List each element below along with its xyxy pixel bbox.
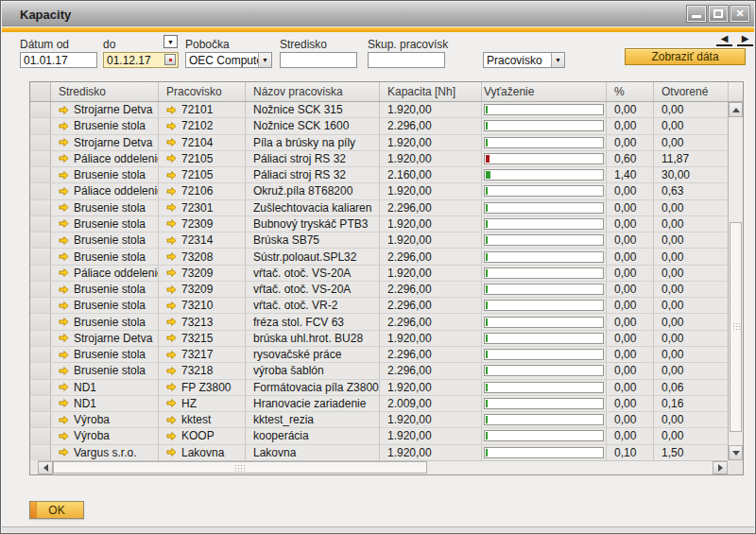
row-selector[interactable]	[30, 233, 51, 248]
row-selector[interactable]	[30, 118, 51, 133]
pracovisko-cell[interactable]: 72105	[159, 151, 246, 166]
nazov-cell[interactable]: kooperácia	[246, 428, 380, 443]
row-selector[interactable]	[30, 445, 51, 460]
table-row[interactable]: Brusenie stola73218výroba šablón2.296,00…	[30, 363, 729, 379]
stredisko-cell[interactable]: ND1	[51, 380, 159, 395]
link-arrow-icon[interactable]	[59, 366, 69, 376]
otvorene-cell[interactable]: 0,00	[654, 298, 729, 313]
percent-cell[interactable]: 0,00	[607, 249, 654, 264]
percent-cell[interactable]: 0,00	[607, 314, 654, 329]
vytazenie-cell[interactable]	[482, 249, 607, 264]
row-selector[interactable]	[30, 380, 51, 395]
link-arrow-icon[interactable]	[166, 121, 177, 131]
otvorene-cell[interactable]: 0,00	[654, 102, 729, 117]
horizontal-scrollbar[interactable]	[38, 460, 728, 474]
row-selector[interactable]	[30, 412, 51, 427]
pracovisko-cell[interactable]: 72309	[159, 216, 246, 232]
row-selector[interactable]	[30, 298, 51, 313]
vytazenie-cell[interactable]	[482, 200, 607, 215]
stredisko-cell[interactable]: Brusenie stola	[51, 347, 159, 362]
column-header[interactable]: Kapacita [Nh]	[380, 82, 482, 101]
link-arrow-icon[interactable]	[59, 235, 69, 246]
pracovisko-cell[interactable]: 73208	[159, 249, 246, 264]
percent-cell[interactable]: 0,00	[607, 200, 654, 215]
row-selector[interactable]	[30, 249, 51, 264]
link-arrow-icon[interactable]	[166, 137, 177, 147]
table-row[interactable]: Brusenie stola72314Brúska SB751.920,000,…	[30, 233, 729, 249]
table-row[interactable]: Brusenie stola73213fréza stol. FCV 632.2…	[30, 314, 729, 330]
vytazenie-cell[interactable]	[482, 266, 607, 281]
vytazenie-cell[interactable]	[482, 135, 607, 150]
row-selector[interactable]	[30, 151, 51, 166]
kapacita-cell[interactable]: 1.920,00	[380, 102, 482, 117]
table-row[interactable]: Brusenie stola73210vŕtač. otoč. VR-22.29…	[30, 298, 729, 314]
percent-cell[interactable]: 0,10	[607, 445, 654, 460]
link-arrow-icon[interactable]	[166, 317, 177, 327]
nazov-cell[interactable]: rysovačské práce	[246, 347, 380, 362]
pracovisko-cell[interactable]: FP Z3800	[159, 380, 246, 395]
percent-cell[interactable]: 0,00	[607, 118, 654, 133]
pracovisko-cell[interactable]: 72105	[159, 167, 246, 182]
percent-cell[interactable]: 0,00	[607, 298, 654, 313]
pracovisko-cell[interactable]: 73213	[159, 314, 246, 329]
otvorene-cell[interactable]: 0,00	[654, 314, 729, 329]
percent-cell[interactable]: 0,60	[607, 151, 654, 166]
otvorene-cell[interactable]: 0,00	[654, 347, 729, 362]
nazov-cell[interactable]: Píla a brúsky na píly	[246, 135, 380, 150]
row-selector[interactable]	[30, 135, 51, 150]
prev-record-button[interactable]: ◀	[716, 32, 732, 46]
scroll-left-button[interactable]	[38, 461, 53, 474]
horizontal-scrollbar-thumb[interactable]	[53, 461, 427, 474]
nazov-cell[interactable]: vŕtač. otoč. VS-20A	[246, 266, 380, 281]
otvorene-cell[interactable]: 0,00	[654, 135, 729, 150]
row-selector[interactable]	[30, 282, 51, 297]
table-row[interactable]: Brusenie stola72301Zušlechtovacia kaliar…	[30, 200, 729, 216]
link-arrow-icon[interactable]	[166, 284, 177, 295]
link-arrow-icon[interactable]	[166, 153, 177, 164]
table-row[interactable]: Brusenie stola73217rysovačské práce2.296…	[30, 347, 729, 363]
nazov-cell[interactable]: Bubnový tryskáč PTB3	[246, 216, 380, 232]
link-arrow-icon[interactable]	[59, 137, 69, 147]
otvorene-cell[interactable]: 0,00	[654, 331, 729, 346]
percent-cell[interactable]: 0,00	[607, 282, 654, 297]
vytazenie-cell[interactable]	[482, 233, 607, 248]
date-picker-icon[interactable]	[164, 54, 176, 65]
otvorene-cell[interactable]: 0,00	[654, 266, 729, 281]
percent-cell[interactable]: 0,00	[607, 428, 654, 443]
percent-cell[interactable]: 0,00	[607, 396, 654, 411]
link-arrow-icon[interactable]	[166, 267, 177, 278]
stredisko-cell[interactable]: Brusenie stola	[51, 118, 159, 133]
column-header[interactable]: %	[607, 82, 654, 101]
percent-cell[interactable]: 0,00	[607, 331, 654, 346]
link-arrow-icon[interactable]	[59, 398, 69, 408]
table-row[interactable]: Brusenie stola72102Nožnice SCK 16002.296…	[30, 118, 729, 134]
nazov-cell[interactable]: Nožnice SCK 1600	[246, 118, 380, 133]
link-arrow-icon[interactable]	[59, 382, 69, 392]
link-arrow-icon[interactable]	[166, 301, 177, 311]
pracovisko-cell[interactable]: HZ	[159, 396, 246, 411]
row-selector[interactable]	[30, 347, 51, 362]
nazov-cell[interactable]: Páliaci stroj RS 32	[246, 151, 380, 166]
link-arrow-icon[interactable]	[166, 382, 177, 392]
group-input[interactable]	[368, 52, 445, 68]
kapacita-cell[interactable]: 2.009,00	[380, 396, 482, 411]
vytazenie-cell[interactable]	[482, 216, 607, 232]
kapacita-cell[interactable]: 2.296,00	[380, 298, 482, 313]
link-arrow-icon[interactable]	[59, 105, 69, 115]
column-header[interactable]: Stredisko	[51, 82, 159, 101]
pracovisko-cell[interactable]: kktest	[159, 412, 246, 427]
percent-cell[interactable]: 0,00	[607, 183, 654, 198]
link-arrow-icon[interactable]	[166, 431, 177, 441]
row-selector[interactable]	[30, 314, 51, 329]
kapacita-cell[interactable]: 1.920,00	[380, 428, 482, 443]
nazov-cell[interactable]: kktest_rezia	[246, 412, 380, 427]
nazov-cell[interactable]: fréza stol. FCV 63	[246, 314, 380, 329]
vytazenie-cell[interactable]	[482, 298, 607, 313]
vytazenie-cell[interactable]	[482, 363, 607, 378]
pracovisko-cell[interactable]: 73215	[159, 331, 246, 346]
nazov-cell[interactable]: výroba šablón	[246, 363, 380, 378]
stredisko-cell[interactable]: ND1	[51, 396, 159, 411]
nazov-cell[interactable]: Nožnice SCK 315	[246, 102, 380, 117]
link-arrow-icon[interactable]	[59, 218, 69, 229]
link-arrow-icon[interactable]	[166, 186, 177, 197]
